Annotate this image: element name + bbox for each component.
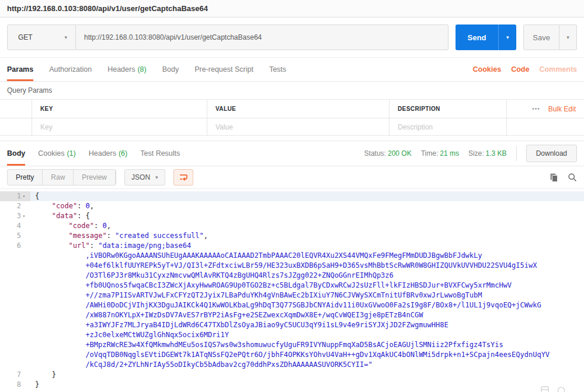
request-tab-title: http://192.168.0.103:8080/api/v1/user/ge… (7, 4, 208, 13)
params-header-row: KEY VALUE DESCRIPTION ••• Bulk Edit (0, 100, 584, 118)
description-column-header: DESCRIPTION (390, 100, 507, 118)
line-gutter (0, 310, 30, 320)
line-gutter (0, 360, 30, 370)
line-gutter (0, 290, 30, 300)
line-gutter: 2 (0, 201, 30, 211)
response-tab-headers[interactable]: Headers (6) (89, 141, 128, 166)
tab-pre-request-script[interactable]: Pre-request Script (194, 58, 253, 81)
wrap-lines-button[interactable] (173, 169, 193, 186)
code-line-content: } (30, 370, 584, 380)
tab-params[interactable]: Params (7, 58, 33, 81)
code-line-content: ,iVBORw0KGgoAAAANSUhEUgAAAKAAAAAoCAIAAAD… (30, 251, 584, 261)
response-toolbar: PrettyRawPreview JSON ▾ (0, 166, 584, 188)
code-line: /kCqJ8d/2+ZYLhNrIAy55oDIkyCb5bAdbav2cg70… (0, 360, 584, 370)
params-table: KEY VALUE DESCRIPTION ••• Bulk Edit (0, 99, 584, 136)
status-value: 200 OK (388, 149, 412, 158)
fold-caret-icon[interactable]: ▾ (21, 191, 27, 201)
link-code[interactable]: Code (511, 58, 529, 81)
response-tab-cookies[interactable]: Cookies (1) (38, 141, 75, 166)
code-line-content: +fb0UQnos5fwqaCBcI3ZWcXjAxyHwwROAG9Up0TG… (30, 281, 584, 290)
code-line: +a3IWYJFz7MLJryaB4IDjLdWRd6C47TXbDlZsOya… (0, 320, 584, 330)
param-key-input[interactable] (40, 123, 199, 131)
code-line: 4 "code": 0, (0, 221, 584, 231)
view-mode-pretty[interactable]: Pretty (8, 170, 43, 185)
view-mode-raw[interactable]: Raw (43, 170, 74, 185)
line-gutter: 3 ▾ (0, 211, 30, 221)
code-line: 2 "code": 0, (0, 201, 584, 211)
format-select[interactable]: JSON ▾ (124, 169, 165, 186)
code-line-content: } (30, 380, 584, 390)
code-line: 6 "url": "data:image/png;base64 (0, 241, 584, 251)
view-mode-group: PrettyRawPreview (7, 169, 116, 186)
response-tab-test-results[interactable]: Test Results (140, 141, 180, 166)
code-line-content: /xW887nOKYLpX+IWzDsDV7AvES7rBYP2iAsFg+e2… (30, 310, 584, 320)
method-select[interactable]: GET ▾ (7, 24, 76, 50)
tab-headers[interactable]: Headers (8) (107, 58, 147, 81)
format-label: JSON (131, 173, 150, 181)
line-gutter (0, 261, 30, 271)
code-line: +04ef6lklfUUYREPk5yT+VJ/QI3l+ZFdtxciwLBr… (0, 261, 584, 271)
line-gutter: 6 (0, 241, 30, 251)
save-split-button: Save ▾ (523, 24, 577, 50)
checkbox-column-header (0, 100, 32, 118)
param-description-input[interactable] (398, 123, 498, 131)
more-options-icon[interactable]: ••• (532, 106, 540, 112)
code-line: 7 } (0, 370, 584, 380)
tab-count-badge: (8) (137, 65, 146, 74)
key-column-header: KEY (32, 100, 207, 118)
view-mode-preview[interactable]: Preview (74, 170, 116, 185)
console-icon[interactable] (557, 386, 565, 392)
fold-caret-icon[interactable]: ▾ (21, 211, 27, 221)
response-body-viewer[interactable]: 1 ▾ { 2 "code": 0, 3 ▾ "data": { 4 (0, 188, 584, 392)
url-input[interactable] (76, 24, 449, 50)
response-meta: Status:200 OK (364, 149, 412, 158)
link-comments[interactable]: Comments (539, 58, 577, 81)
code-line: /oVqqTDB0NqglsEVtiDGEWt7k1ATqNSsFQ2ePQtr… (0, 350, 584, 360)
row-checkbox-cell[interactable] (0, 118, 32, 135)
params-empty-row (0, 118, 584, 136)
code-line: 1 ▾ { (0, 191, 584, 201)
bulk-edit-link[interactable]: Bulk Edit (548, 105, 576, 113)
link-cookies[interactable]: Cookies (473, 58, 502, 81)
chevron-down-icon: ▾ (566, 34, 569, 40)
request-tab-header[interactable]: http://192.168.0.103:8080/api/v1/user/ge… (0, 0, 584, 18)
code-line: +//zma7P1ISvARTVJwLFxCFYzQT2Jyix7LBaPduY… (0, 290, 584, 300)
param-value-input[interactable] (215, 123, 381, 131)
chevron-down-icon: ▾ (64, 34, 67, 40)
tab-count-badge: (1) (67, 149, 75, 158)
code-line: +BMpzRWcRE3w4XfQMkmwhdMEu5osIQS7ws0w3sho… (0, 340, 584, 350)
send-button[interactable]: Send (456, 24, 499, 50)
line-gutter: 4 (0, 221, 30, 231)
copy-icon[interactable] (550, 173, 558, 182)
line-gutter (0, 281, 30, 290)
save-button[interactable]: Save (523, 24, 559, 50)
divider (516, 146, 517, 161)
search-icon[interactable] (568, 173, 577, 182)
query-params-title: Query Params (7, 86, 52, 94)
line-number: 2 (17, 201, 21, 211)
code-line-content: /AWHi0DoDCjVIhjKX3DguJAIKCk4Q1KwWOLKbaLg… (30, 300, 584, 310)
wrap-text-icon (179, 173, 188, 181)
send-dropdown-button[interactable]: ▾ (498, 24, 516, 50)
method-label: GET (18, 33, 33, 41)
code-line-content: /oVqqTDB0NqglsEVtiDGEWt7k1ATqNSsFQ2ePQtr… (30, 350, 584, 360)
tab-authorization[interactable]: Authorization (49, 58, 92, 81)
line-number: 8 (17, 380, 21, 390)
code-line-content: /kCqJ8d/2+ZYLhNrIAy55oDIkyCb5bAdbav2cg70… (30, 360, 584, 370)
save-dropdown-button[interactable]: ▾ (559, 24, 577, 50)
status-value: 1.3 KB (486, 149, 507, 158)
request-tabs: Params Authorization Headers (8) Body Pr… (0, 58, 584, 82)
code-line: 5 "message": "created successfull", (0, 231, 584, 241)
response-tab-body[interactable]: Body (7, 141, 25, 166)
line-gutter: 7 (0, 370, 30, 380)
tab-body[interactable]: Body (162, 58, 179, 81)
line-number: 3 (17, 211, 21, 221)
download-button[interactable]: Download (526, 145, 577, 162)
response-meta: Size:1.3 KB (468, 149, 507, 158)
panel-icon[interactable] (541, 386, 549, 392)
chevron-down-icon: ▾ (506, 34, 509, 40)
send-split-button: Send ▾ (456, 24, 517, 50)
value-column-header: VALUE (207, 100, 390, 118)
tab-tests[interactable]: Tests (269, 58, 286, 81)
line-gutter (0, 320, 30, 330)
